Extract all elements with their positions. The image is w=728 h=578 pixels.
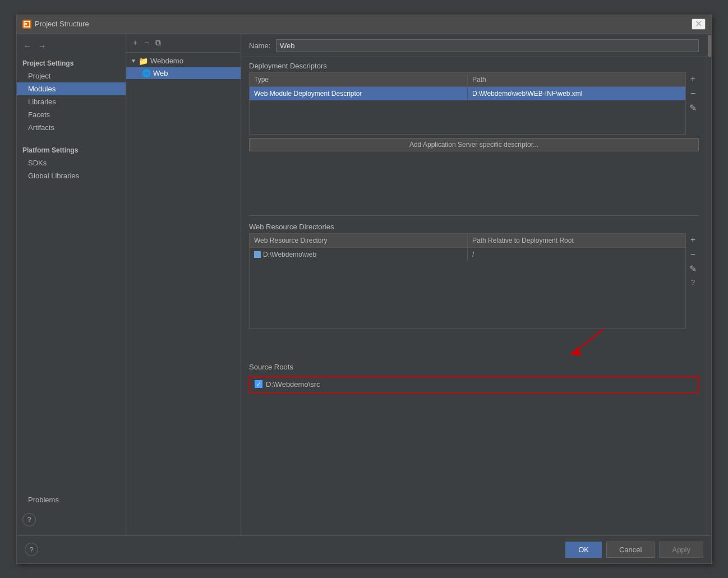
sidebar: ← → Project Settings Project Modules Lib… (17, 34, 126, 535)
wrd-add-button[interactable]: + (687, 233, 699, 247)
dd-cell-type-0: Web Module Deployment Descriptor (250, 87, 468, 100)
deployment-descriptors-table: Type Path Web Module Deployment Descript… (249, 72, 686, 135)
sidebar-item-libraries[interactable]: Libraries (17, 95, 126, 108)
dd-remove-button[interactable]: − (687, 87, 699, 100)
folder-icon: 📁 (139, 57, 148, 66)
wrd-help-button[interactable]: ? (687, 277, 699, 288)
apply-button[interactable]: Apply (659, 542, 703, 558)
wrd-empty-area (250, 261, 685, 329)
dd-row-0[interactable]: Web Module Deployment Descriptor D:\Webd… (250, 87, 685, 100)
sidebar-footer: Problems (17, 489, 126, 508)
tree-node-label-web: Web (153, 69, 168, 77)
app-icon (22, 20, 31, 29)
tree-panel: + − ⧉ ▼ 📁 Webdemo 🌐 Web (126, 34, 241, 535)
tree-node-web[interactable]: 🌐 Web (126, 67, 241, 79)
sidebar-item-project[interactable]: Project (17, 70, 126, 82)
project-structure-dialog: Project Structure ✕ ← → Project Settings… (16, 15, 712, 564)
dd-col-type: Type (250, 73, 468, 86)
name-label: Name: (249, 41, 271, 50)
dd-empty-area (250, 100, 685, 134)
red-arrow-svg (553, 329, 620, 357)
tree-node-webdemo[interactable]: ▼ 📁 Webdemo (126, 55, 241, 67)
tree-remove-button[interactable]: − (142, 37, 151, 49)
source-roots-section: Source Roots ✓ D:\Webdemo\src (241, 359, 707, 395)
source-root-checkbox-0[interactable]: ✓ (255, 380, 262, 388)
dd-cell-path-0: D:\Webdemo\web\WEB-INF\web.xml (468, 87, 685, 100)
svg-rect-1 (25, 23, 27, 25)
sidebar-item-sdks[interactable]: SDKs (17, 156, 126, 169)
wrd-remove-button[interactable]: − (687, 248, 699, 261)
dd-add-button[interactable]: + (687, 72, 699, 86)
wrd-side-buttons: + − ✎ ? (687, 233, 699, 288)
dd-side-buttons: + − ✎ (687, 72, 699, 115)
wrd-col-path: Path Relative to Deployment Root (468, 234, 685, 247)
scrollbar-thumb[interactable] (708, 35, 711, 57)
main-panel-scrollbar[interactable] (707, 34, 711, 535)
wrd-table-area: Web Resource Directory Path Relative to … (249, 233, 699, 329)
tree-content: ▼ 📁 Webdemo 🌐 Web (126, 53, 241, 535)
bottom-help-button[interactable]: ? (25, 543, 38, 556)
nav-back-button[interactable]: ← (21, 40, 34, 52)
panel-with-scrollbar: Name: Deployment Descriptors Type Path W… (241, 34, 711, 535)
source-root-item-0[interactable]: ✓ D:\Webdemo\src (249, 376, 699, 393)
sidebar-nav: ← → (17, 38, 126, 56)
wrd-row-0[interactable]: D:\Webdemo\web / (250, 248, 685, 261)
web-resource-directories-section: Web Resource Directories Web Resource Di… (241, 218, 707, 329)
wrd-title: Web Resource Directories (241, 218, 707, 233)
tree-add-button[interactable]: + (131, 37, 140, 49)
source-root-label-0: D:\Webdemo\src (266, 380, 320, 389)
title-bar-left: Project Structure (22, 20, 89, 29)
add-descriptor-button[interactable]: Add Application Server specific descript… (249, 138, 699, 151)
sidebar-item-artifacts[interactable]: Artifacts (17, 121, 126, 134)
arrow-annotation (249, 329, 699, 357)
sidebar-item-global-libraries[interactable]: Global Libraries (17, 169, 126, 182)
sidebar-item-modules[interactable]: Modules (17, 82, 126, 95)
wrd-col-directory: Web Resource Directory (250, 234, 468, 247)
close-button[interactable]: ✕ (692, 19, 706, 30)
sidebar-item-facets[interactable]: Facets (17, 108, 126, 121)
title-bar: Project Structure ✕ (17, 15, 711, 34)
tree-copy-button[interactable]: ⧉ (153, 37, 163, 49)
wrd-table: Web Resource Directory Path Relative to … (249, 233, 686, 329)
dd-table-header: Type Path (250, 73, 685, 87)
deployment-descriptors-table-area: Type Path Web Module Deployment Descript… (249, 72, 699, 135)
platform-settings-header: Platform Settings (17, 143, 126, 156)
cancel-button[interactable]: Cancel (606, 542, 655, 558)
deployment-descriptors-title: Deployment Descriptors (241, 57, 707, 72)
expand-icon: ▼ (131, 58, 136, 64)
tree-toolbar: + − ⧉ (126, 34, 241, 53)
dd-col-path: Path (468, 73, 685, 86)
sidebar-help-area: ? (17, 508, 126, 531)
nav-forward-button[interactable]: → (36, 40, 48, 52)
source-roots-title: Source Roots (241, 359, 707, 373)
svg-line-2 (575, 329, 603, 352)
name-input[interactable] (276, 39, 699, 52)
wrd-edit-button[interactable]: ✎ (687, 262, 699, 276)
wrd-table-header: Web Resource Directory Path Relative to … (250, 234, 685, 248)
sidebar-item-problems[interactable]: Problems (22, 493, 120, 506)
dd-edit-button[interactable]: ✎ (687, 101, 699, 115)
main-panel: Name: Deployment Descriptors Type Path W… (241, 34, 707, 535)
wrd-folder-icon (254, 251, 261, 258)
project-settings-header: Project Settings (17, 56, 126, 70)
divider-1 (249, 215, 699, 216)
sidebar-help-button[interactable]: ? (22, 513, 36, 526)
main-content: ← → Project Settings Project Modules Lib… (17, 34, 711, 535)
dialog-title: Project Structure (35, 20, 89, 28)
wrd-cell-path-0: / (468, 248, 685, 261)
tree-node-label-webdemo: Webdemo (150, 57, 183, 65)
ok-button[interactable]: OK (565, 542, 602, 558)
wrd-cell-dir-0: D:\Webdemo\web (250, 248, 468, 261)
name-row: Name: (241, 34, 707, 57)
bottom-bar: ? OK Cancel Apply (17, 535, 711, 563)
spacer-1 (241, 155, 707, 211)
